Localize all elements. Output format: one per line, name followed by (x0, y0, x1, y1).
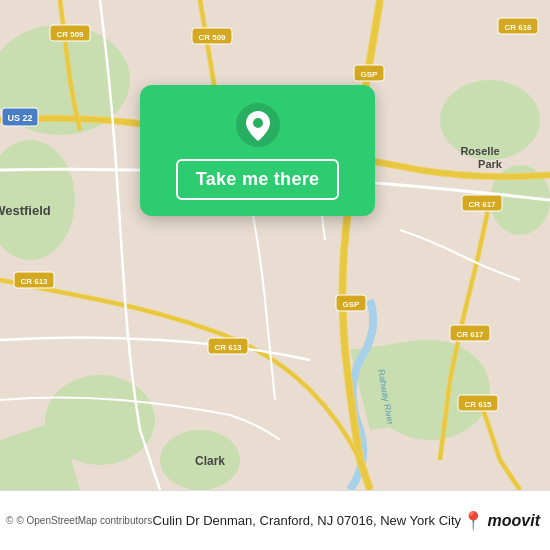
address-block: Culin Dr Denman, Cranford, NJ 07016, New… (152, 513, 461, 528)
svg-text:CR 509: CR 509 (198, 33, 226, 42)
moovit-logo: moovit (488, 512, 540, 530)
svg-text:Clark: Clark (195, 454, 225, 468)
take-me-there-button[interactable]: Take me there (176, 159, 340, 200)
svg-text:Roselle: Roselle (460, 145, 499, 157)
moovit-block: 📍 moovit (462, 510, 540, 532)
attribution-text: © OpenStreetMap contributors (16, 515, 152, 526)
svg-text:CR 617: CR 617 (456, 330, 484, 339)
copyright-symbol: © (6, 515, 13, 526)
svg-text:CR 616: CR 616 (504, 23, 532, 32)
svg-text:CR 615: CR 615 (464, 400, 492, 409)
svg-point-38 (253, 118, 263, 128)
address-text: Culin Dr Denman, Cranford, NJ 07016, New… (153, 513, 462, 528)
svg-text:Westfield: Westfield (0, 203, 51, 218)
map-svg: Rahway River US 22 (0, 0, 550, 490)
svg-text:CR 509: CR 509 (56, 30, 84, 39)
svg-text:GSP: GSP (343, 300, 361, 309)
svg-text:US 22: US 22 (7, 113, 32, 123)
svg-text:CR 613: CR 613 (20, 277, 48, 286)
attribution: © © OpenStreetMap contributors (6, 515, 152, 526)
location-pin-icon (236, 103, 280, 147)
svg-text:GSP: GSP (361, 70, 379, 79)
svg-text:CR 617: CR 617 (468, 200, 496, 209)
svg-text:CR 613: CR 613 (214, 343, 242, 352)
location-card: Take me there (140, 85, 375, 216)
moovit-pin-icon: 📍 (462, 510, 484, 532)
bottom-bar: © © OpenStreetMap contributors Culin Dr … (0, 490, 550, 550)
map-container: Rahway River US 22 (0, 0, 550, 490)
svg-text:Park: Park (478, 158, 503, 170)
